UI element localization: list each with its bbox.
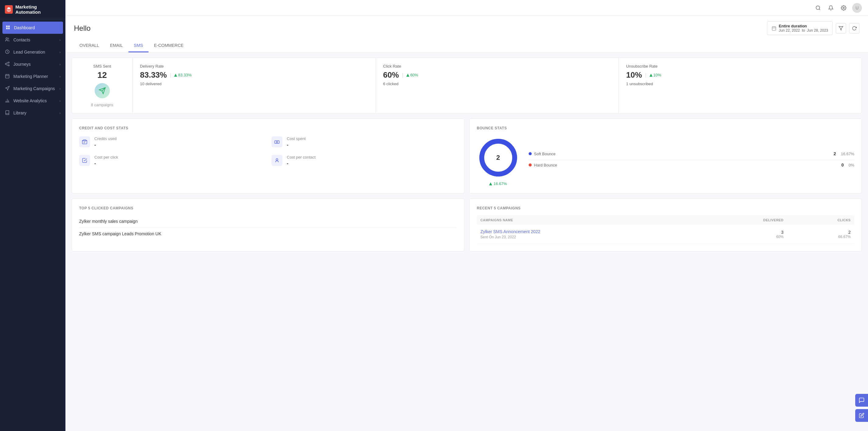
svg-rect-22 — [772, 27, 776, 30]
recent-campaigns-table: CAMPAIGNS NAME DELIVERED CLICKS Zylker S… — [477, 215, 855, 244]
camp-sent-date: Sent On Jun 23, 2022 — [480, 235, 693, 239]
col-clicks-header: CLICKS — [787, 215, 854, 225]
top-campaigns-card: TOP 5 CLICKED CAMPAIGNS Zylker monthly s… — [71, 198, 464, 251]
avatar[interactable]: U — [852, 3, 862, 13]
website-analytics-icon — [5, 98, 10, 103]
cost-per-click-item: Cost per click - — [79, 155, 264, 166]
svg-point-10 — [8, 65, 9, 66]
search-button[interactable] — [814, 4, 823, 12]
cost-per-contact-item: Cost per contact - — [272, 155, 457, 166]
hard-bounce-dot — [529, 163, 532, 166]
bounce-donut: 2 — [477, 136, 520, 179]
cost-per-click-value: - — [94, 161, 118, 166]
click-rate-label: Click Rate — [383, 64, 612, 68]
cost-spent-item: Cost spent - — [272, 136, 457, 148]
svg-rect-32 — [83, 141, 87, 144]
sidebar-item-website-analytics-label: Website Analytics — [13, 98, 46, 103]
credit-grid: Credits used - Cost spent — [79, 136, 457, 166]
bounce-stats-title: BOUNCE STATS — [477, 126, 855, 130]
cost-per-click-icon — [79, 155, 90, 166]
hard-bounce-pct: 0% — [848, 163, 854, 167]
sidebar-item-contacts[interactable]: Contacts › — [0, 34, 65, 46]
page-content: Hello Entire duration Jun 22, 2022 to — [65, 16, 868, 431]
top-campaigns-title: TOP 5 CLICKED CAMPAIGNS — [79, 206, 457, 210]
credits-used-item: Credits used - — [79, 136, 264, 148]
date-range-selector[interactable]: Entire duration Jun 22, 2022 to Jun 28, … — [767, 21, 833, 35]
soft-bounce-legend: Soft Bounce 2 16.67% — [529, 151, 855, 156]
camp-delivered-cell: 3 60% — [697, 225, 787, 244]
sms-stats-row: SMS Sent 12 8 campaigns Delivery Rate 83… — [71, 58, 862, 114]
svg-rect-1 — [8, 26, 10, 27]
library-chevron-icon: › — [59, 111, 61, 115]
sidebar-item-journeys-label: Journeys — [13, 62, 31, 67]
lead-generation-icon — [5, 49, 10, 55]
delivery-rate-detail: 10 delivered — [140, 82, 368, 86]
campaigns-section: TOP 5 CLICKED CAMPAIGNS Zylker monthly s… — [71, 198, 862, 251]
svg-marker-29 — [174, 74, 177, 77]
svg-marker-26 — [839, 27, 843, 30]
unsubscribe-rate-change: 10% — [649, 73, 661, 77]
cost-spent-icon — [272, 136, 282, 147]
donut-center-value: 2 — [496, 154, 500, 162]
calendar-icon — [772, 26, 776, 31]
soft-bounce-count: 2 — [834, 151, 836, 156]
sms-campaigns-label: 8 campaigns — [91, 102, 114, 107]
unsubscribe-rate-value: 10% — [626, 70, 642, 80]
sms-sent-label: SMS Sent — [93, 64, 111, 68]
main-content: U Hello Entire duration Ju — [65, 0, 868, 431]
chat-widget-button[interactable] — [855, 394, 868, 407]
lead-generation-chevron-icon: › — [59, 50, 61, 54]
svg-marker-30 — [406, 74, 409, 77]
bounce-stats-card: BOUNCE STATS 2 — [469, 118, 862, 193]
click-rate-change: 60% — [406, 73, 418, 77]
unsubscribe-rate-stat: Unsubscribe Rate 10% | 10% 1 unsubscribe… — [619, 58, 862, 113]
svg-point-4 — [6, 38, 7, 39]
tab-overall[interactable]: OVERALL — [74, 39, 105, 52]
sidebar-item-marketing-planner[interactable]: Marketing Planner › — [0, 70, 65, 83]
table-row: Zylker SMS Annoncement 2022 Sent On Jun … — [477, 225, 855, 244]
date-range-label: Entire duration — [779, 24, 828, 28]
refresh-button[interactable] — [849, 23, 860, 33]
contacts-chevron-icon: › — [59, 38, 61, 42]
svg-point-19 — [816, 6, 819, 9]
sidebar-item-journeys[interactable]: Journeys › — [0, 58, 65, 70]
credit-stats-title: CREDIT AND COST STATS — [79, 126, 457, 130]
tab-sms[interactable]: SMS — [128, 39, 149, 52]
tab-email[interactable]: EMAIL — [105, 39, 128, 52]
date-filter: Entire duration Jun 22, 2022 to Jun 28, … — [767, 21, 860, 35]
delivery-rate-label: Delivery Rate — [140, 64, 368, 68]
soft-bounce-label: Soft Bounce — [534, 152, 832, 156]
tab-ecommerce[interactable]: E-COMMERCE — [149, 39, 189, 52]
credits-used-value: - — [94, 142, 117, 148]
top-campaign-2: Zylker SMS campaign Leads Promotion UK — [79, 228, 457, 240]
notifications-button[interactable] — [827, 4, 835, 12]
camp-name-link[interactable]: Zylker SMS Annoncement 2022 — [480, 229, 540, 234]
col-name-header: CAMPAIGNS NAME — [477, 215, 697, 225]
svg-point-8 — [5, 63, 6, 64]
sidebar-item-contacts-label: Contacts — [13, 37, 30, 42]
sidebar-item-website-analytics[interactable]: Website Analytics › — [0, 95, 65, 107]
hard-bounce-label: Hard Bounce — [534, 163, 839, 167]
svg-marker-31 — [649, 74, 653, 77]
sidebar-item-library[interactable]: Library › — [0, 107, 65, 119]
svg-point-36 — [276, 142, 278, 143]
marketing-planner-chevron-icon: › — [59, 74, 61, 78]
sms-sent-stat: SMS Sent 12 8 campaigns — [72, 58, 133, 113]
recent-campaigns-card: RECENT 5 CAMPAIGNS CAMPAIGNS NAME DELIVE… — [469, 198, 862, 251]
sidebar-item-marketing-campaigns[interactable]: Marketing Campaigns › — [0, 83, 65, 95]
sidebar-item-dashboard[interactable]: Dashboard — [2, 22, 63, 34]
marketing-planner-icon — [5, 74, 10, 79]
credit-bounce-section: CREDIT AND COST STATS Credits used - — [71, 118, 862, 193]
svg-rect-35 — [275, 141, 279, 143]
app-title: Marketing Automation — [15, 4, 61, 14]
cost-spent-label: Cost spent — [287, 136, 306, 141]
settings-button[interactable] — [839, 4, 848, 12]
sidebar-item-lead-generation[interactable]: Lead Generation › — [0, 46, 65, 58]
cost-spent-value: - — [287, 142, 306, 148]
svg-line-20 — [819, 9, 820, 10]
filter-button[interactable] — [836, 23, 846, 33]
sms-sent-icon — [95, 83, 110, 98]
edit-widget-button[interactable] — [855, 409, 868, 422]
page-title: Hello — [74, 24, 91, 33]
marketing-campaigns-icon — [5, 86, 10, 91]
